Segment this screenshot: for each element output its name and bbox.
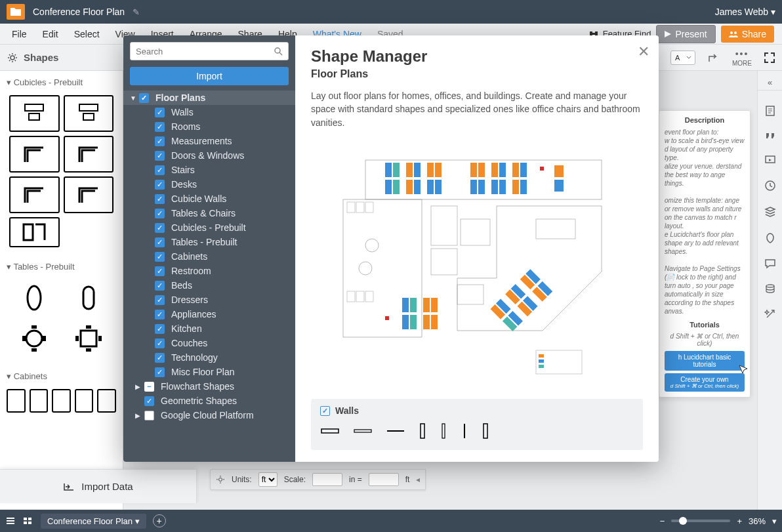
shape-thumb[interactable] [52,389,71,413]
present-button[interactable]: Present [656,25,715,43]
tree-gcp[interactable]: ▶ Google Cloud Platform [123,408,295,422]
checkbox-icon[interactable]: ✓ [155,108,165,117]
collapse-icon[interactable]: ◂ [416,475,420,484]
folder-icon[interactable] [7,4,25,20]
history-icon[interactable] [764,180,776,192]
shape-thumb[interactable] [9,320,60,357]
wall-shape[interactable] [386,425,405,437]
tree-item[interactable]: ✓Dressers [123,293,295,307]
shape-thumb[interactable] [9,217,60,247]
data-icon[interactable] [764,283,776,294]
tutorial-basic-button[interactable]: h Lucidchart basic tutorials [665,351,745,371]
magic-icon[interactable] [764,308,776,320]
checkbox-icon[interactable]: ✓ [155,223,165,233]
scale-input-to[interactable] [369,473,399,486]
section-cubicles[interactable]: ▾ Cubicles - Prebuilt [0,71,123,91]
grid-view-icon[interactable] [22,516,33,525]
user-menu[interactable]: James Webb ▾ [715,7,775,17]
import-data-button[interactable]: Import Data [0,469,197,503]
tree-item[interactable]: ✓Stairs [123,163,295,177]
zoom-slider[interactable] [671,520,730,522]
create-own-button[interactable]: Create your own d Shift + ⌘ or Ctrl, the… [665,373,745,392]
shape-thumb[interactable] [64,279,114,316]
walls-checkbox[interactable]: ✓ [320,406,330,416]
close-button[interactable]: ✕ [638,43,649,60]
shape-thumb[interactable] [64,136,114,173]
shape-thumb[interactable] [9,95,60,132]
checkbox-icon[interactable]: ✓ [155,310,165,319]
checkbox-icon[interactable]: ✓ [155,324,165,334]
quote-icon[interactable] [764,131,776,140]
gear-icon[interactable] [216,475,225,484]
shape-thumb[interactable] [64,95,114,132]
document-icon[interactable] [764,105,776,117]
checkbox-icon[interactable]: ✓ [155,194,165,204]
tree-item[interactable]: ✓Rooms [123,119,295,134]
shape-thumb[interactable] [30,389,49,413]
checkbox-icon[interactable]: ✓ [155,295,165,305]
wall-shape[interactable] [419,422,426,440]
checkbox-icon[interactable]: ✓ [155,252,165,262]
checkbox-icon[interactable]: ✓ [155,266,165,276]
collapse-rail-icon[interactable]: « [758,75,782,91]
zoom-dropdown[interactable]: A [670,51,695,65]
fullscreen-icon[interactable] [764,52,775,64]
tree-item[interactable]: ✓Kitchen [123,321,295,336]
connector-icon[interactable] [707,51,720,64]
presentation-icon[interactable] [764,155,776,165]
menu-edit[interactable]: Edit [35,24,66,44]
tree-item[interactable]: ✓Desks [123,177,295,192]
checkbox-icon[interactable]: ✓ [155,122,165,132]
checkbox-icon[interactable]: ✓ [155,180,165,190]
tree-item[interactable]: ✓Tables & Chairs [123,206,295,220]
more-button[interactable]: ••• MORE [732,49,752,67]
checkbox-icon[interactable]: ✓ [155,281,165,291]
checkbox-icon[interactable]: ✓ [155,151,165,161]
add-page-button[interactable]: + [153,514,166,527]
tree-geometric[interactable]: ✓ Geometric Shapes [123,394,295,408]
tree-item[interactable]: ✓Tables - Prebuilt [123,235,295,249]
tree-item[interactable]: ✓Technology [123,350,295,365]
tree-item[interactable]: ✓Cubicles - Prebuilt [123,220,295,235]
checkbox-icon[interactable]: ✓ [155,209,165,218]
rename-icon[interactable]: ✎ [133,7,140,17]
section-tables[interactable]: ▾ Tables - Prebuilt [0,255,123,276]
import-shapes-button[interactable]: Import [130,67,289,85]
tree-item[interactable]: ✓Beds [123,278,295,293]
shape-search[interactable] [130,42,289,60]
checkbox-icon[interactable]: ✓ [139,93,149,103]
checkbox-icon[interactable]: ✓ [155,237,165,247]
units-select[interactable]: ft [258,472,278,487]
paint-icon[interactable] [765,232,775,244]
shape-thumb[interactable] [7,389,26,413]
checkbox-icon[interactable]: ✓ [155,136,165,146]
tree-item[interactable]: ✓Cabinets [123,249,295,264]
zoom-level[interactable]: 36% [749,516,766,526]
wall-shape[interactable] [320,425,340,437]
menu-select[interactable]: Select [66,24,108,44]
zoom-out-button[interactable]: − [660,516,665,526]
tree-item[interactable]: ✓Couches [123,336,295,350]
list-view-icon[interactable] [5,516,16,525]
shape-tree[interactable]: ▼✓ Floor Plans ✓Walls✓Rooms✓Measurements… [123,91,295,462]
shape-thumb[interactable] [64,320,114,357]
shape-thumb[interactable] [75,389,94,413]
section-cabinets[interactable]: ▾ Cabinets [0,365,123,385]
wall-shape[interactable] [353,425,373,437]
document-title[interactable]: Conference Floor Plan [33,7,125,17]
tree-item[interactable]: ✓Cubicle Walls [123,192,295,206]
wall-shape[interactable] [440,422,447,440]
checkbox-icon[interactable]: ✓ [155,367,165,377]
scale-input-from[interactable] [312,473,342,486]
checkbox-partial-icon[interactable]: − [144,382,154,392]
share-button[interactable]: Share [721,26,774,43]
shape-thumb[interactable] [9,136,60,173]
shapes-panel-toggle[interactable]: Shapes [7,52,58,64]
checkbox-icon[interactable]: ✓ [144,396,154,406]
wall-shape[interactable] [461,422,468,440]
tree-item[interactable]: ✓Doors & Windows [123,148,295,163]
checkbox-icon[interactable]: ✓ [155,165,165,175]
tree-item[interactable]: ✓Appliances [123,307,295,321]
checkbox-empty-icon[interactable] [144,411,154,420]
tree-floor-plans[interactable]: ▼✓ Floor Plans [123,91,295,105]
